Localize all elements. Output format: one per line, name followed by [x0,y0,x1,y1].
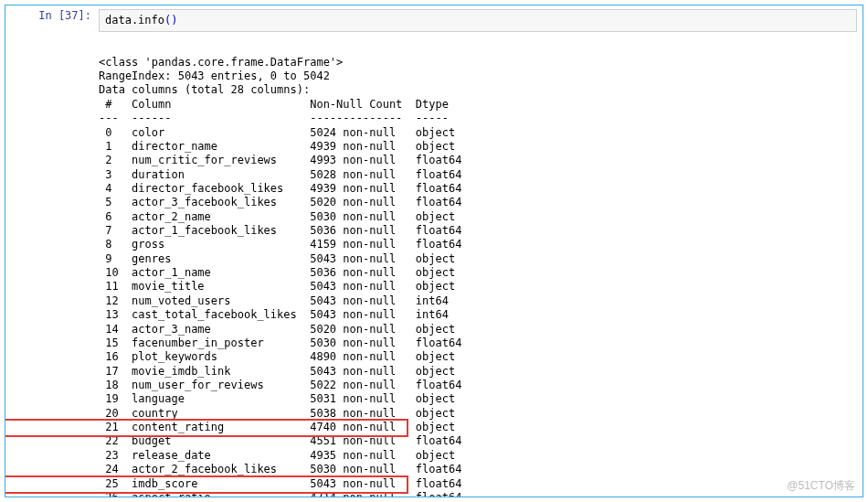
row-0: 0 color 5024 non-null object [99,126,461,139]
row-11: 11 movie_title 5043 non-null object [99,280,461,293]
row-12: 12 num_voted_users 5043 non-null int64 [99,294,461,307]
row-24: 24 actor_2_facebook_likes 5030 non-null … [99,463,461,475]
out-cols: Data columns (total 28 columns): [99,83,310,96]
row-21: 21 content_rating 4740 non-null object [99,421,461,433]
row-23: 23 release_date 4935 non-null object [99,449,461,462]
row-9: 9 genres 5043 non-null object [99,252,461,265]
out-class: <class 'pandas.core.frame.DataFrame'> [99,56,343,69]
out-header: # Column Non-Null Count Dtype [99,98,461,111]
row-4: 4 director_facebook_likes 4939 non-null … [99,182,461,195]
row-10: 10 actor_1_name 5036 non-null object [99,266,461,279]
row-19: 19 language 5031 non-null object [99,392,461,405]
row-17: 17 movie_imdb_link 5043 non-null object [99,365,461,378]
row-20: 20 country 5038 non-null object [99,407,461,420]
out-divider: --- ------ -------------- ----- [99,112,461,124]
code-text: data.info [105,14,164,27]
output-area: <class 'pandas.core.frame.DataFrame'> Ra… [5,32,863,497]
row-18: 18 num_user_for_reviews 5022 non-null fl… [99,379,461,391]
row-1: 1 director_name 4939 non-null object [99,140,461,153]
row-25: 25 imdb_score 5043 non-null float64 [99,477,461,490]
input-prompt: In [37]: [5,9,99,32]
row-2: 2 num_critic_for_reviews 4993 non-null f… [99,154,461,166]
row-3: 3 duration 5028 non-null float64 [99,168,461,181]
out-range: RangeIndex: 5043 entries, 0 to 5042 [99,69,330,82]
row-15: 15 facenumber_in_poster 5030 non-null fl… [99,336,461,349]
row-14: 14 actor_3_name 5020 non-null object [99,323,461,336]
row-5: 5 actor_3_facebook_likes 5020 non-null f… [99,196,461,208]
row-26: 26 aspect_ratio 4714 non-null float64 [99,491,461,497]
row-8: 8 gross 4159 non-null float64 [99,238,461,251]
row-16: 16 plot_keywords 4890 non-null object [99,350,461,363]
row-7: 7 actor_1_facebook_likes 5036 non-null f… [99,224,461,237]
row-13: 13 cast_total_facebook_likes 5043 non-nu… [99,308,461,321]
code-input[interactable]: data.info() [99,9,857,32]
input-cell: In [37]: data.info() [5,5,863,32]
watermark: @51CTO博客 [787,479,855,493]
row-6: 6 actor_2_name 5030 non-null object [99,210,461,223]
row-22: 22 budget 4551 non-null float64 [99,434,461,447]
notebook-cell: In [37]: data.info() <class 'pandas.core… [5,5,863,497]
